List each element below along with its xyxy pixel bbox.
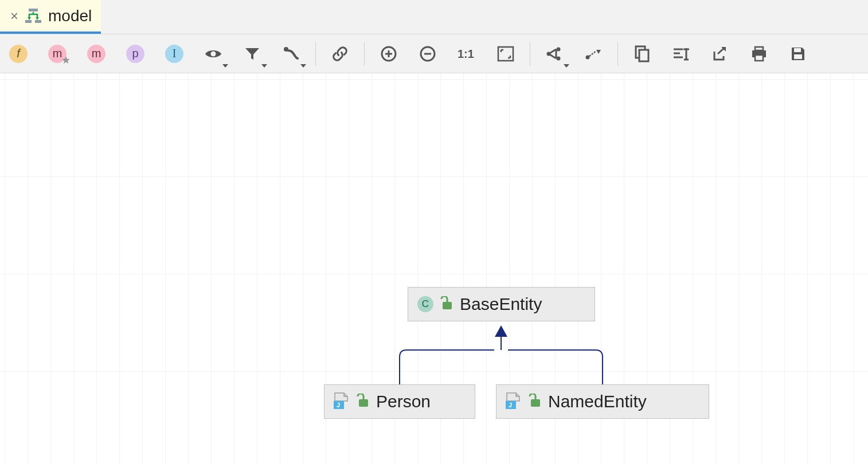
unlock-icon — [529, 394, 541, 410]
svg-rect-0 — [29, 9, 38, 11]
svg-marker-3 — [28, 17, 31, 20]
star-overlay-icon — [61, 56, 71, 67]
zoom-actual-button[interactable]: 1:1 — [454, 41, 479, 66]
link-button[interactable] — [327, 41, 353, 66]
svg-marker-34 — [495, 325, 507, 337]
svg-text:J: J — [337, 402, 340, 408]
properties-toggle[interactable]: p — [123, 41, 148, 66]
unlock-icon — [440, 296, 453, 312]
toolbar-group-zoom: 1:1 — [376, 41, 518, 66]
fit-screen-icon — [497, 46, 514, 62]
svg-point-15 — [547, 52, 551, 56]
filter-icon — [244, 46, 260, 62]
toolbar: f m m p I — [0, 34, 868, 73]
java-file-icon: J — [334, 392, 350, 411]
interface-badge-icon: I — [165, 45, 183, 63]
svg-rect-21 — [639, 50, 648, 61]
zoom-in-button[interactable] — [376, 41, 401, 66]
svg-rect-31 — [755, 55, 763, 61]
graph-layout-icon — [546, 46, 563, 62]
methods-toggle[interactable]: m — [84, 41, 109, 66]
link-icon — [331, 45, 349, 62]
one-to-one-icon: 1:1 — [458, 46, 476, 61]
copy-button[interactable] — [630, 41, 655, 66]
dropdown-arrow-icon — [564, 64, 569, 68]
methods-starred-toggle[interactable]: m — [45, 41, 70, 66]
node-label: BaseEntity — [460, 294, 542, 314]
toolbar-group-visibility: f m m p I — [6, 41, 304, 66]
node-label: Person — [376, 392, 431, 411]
visibility-toggle[interactable] — [201, 41, 226, 66]
export-button[interactable] — [707, 41, 733, 66]
export-icon — [712, 46, 728, 62]
plus-circle-icon — [380, 45, 397, 62]
interfaces-toggle[interactable]: I — [162, 41, 187, 66]
node-person[interactable]: J Person — [324, 384, 475, 419]
class-icon: C — [417, 296, 433, 312]
svg-marker-5 — [62, 56, 69, 64]
svg-point-6 — [211, 51, 216, 56]
svg-rect-1 — [25, 20, 32, 23]
dropdown-arrow-icon — [222, 64, 228, 68]
field-badge-icon: f — [9, 45, 28, 63]
svg-point-16 — [557, 47, 561, 51]
close-tab-icon[interactable]: × — [10, 9, 18, 23]
node-label: NamedEntity — [548, 392, 647, 411]
svg-marker-19 — [596, 50, 601, 54]
node-namedentity[interactable]: J NamedEntity — [496, 384, 709, 419]
svg-point-18 — [586, 55, 590, 59]
tab-model[interactable]: × model — [0, 0, 101, 34]
property-badge-icon: p — [126, 45, 144, 63]
svg-rect-33 — [794, 54, 802, 59]
toolbar-group-output — [630, 41, 811, 66]
svg-rect-38 — [359, 399, 368, 407]
route-button[interactable] — [581, 41, 606, 66]
minus-circle-icon — [419, 45, 436, 62]
toolbar-separator — [315, 42, 316, 66]
toolbar-separator — [617, 42, 618, 66]
unlock-icon — [357, 394, 369, 410]
route-arrow-icon — [585, 48, 602, 60]
filter-button[interactable] — [240, 41, 265, 66]
svg-rect-32 — [794, 48, 801, 52]
rename-button[interactable] — [668, 41, 694, 66]
fields-toggle[interactable]: f — [6, 41, 31, 66]
curve-edge-icon — [283, 46, 300, 62]
svg-text:1:1: 1:1 — [458, 48, 474, 60]
tab-title: model — [48, 7, 92, 25]
save-icon — [790, 46, 806, 62]
save-button[interactable] — [785, 41, 811, 66]
svg-rect-35 — [443, 302, 452, 309]
fit-screen-button[interactable] — [493, 41, 518, 66]
svg-marker-4 — [36, 17, 39, 20]
svg-point-17 — [557, 56, 561, 60]
dropdown-arrow-icon — [261, 64, 267, 68]
svg-text:J: J — [509, 402, 512, 408]
java-file-icon: J — [506, 392, 522, 411]
sort-text-icon — [672, 46, 690, 62]
diagram-tab-icon — [25, 9, 41, 23]
layout-button[interactable] — [542, 41, 567, 66]
eye-icon — [204, 47, 223, 61]
method-badge-icon: m — [87, 45, 105, 63]
toolbar-group-layout — [542, 41, 606, 66]
zoom-out-button[interactable] — [415, 41, 440, 66]
print-icon — [750, 46, 768, 62]
svg-rect-29 — [755, 47, 763, 50]
svg-rect-2 — [35, 20, 41, 23]
toolbar-separator — [530, 42, 530, 66]
toolbar-separator — [364, 42, 365, 66]
svg-rect-41 — [531, 399, 540, 407]
svg-rect-14 — [498, 47, 513, 61]
node-baseentity[interactable]: C BaseEntity — [408, 287, 595, 321]
tab-bar: × model — [0, 0, 868, 34]
dropdown-arrow-icon — [300, 64, 306, 68]
print-button[interactable] — [746, 41, 772, 66]
diagram-canvas[interactable]: C BaseEntity J Person J — [0, 73, 868, 464]
copy-icon — [634, 45, 650, 62]
edge-style-button[interactable] — [279, 41, 304, 66]
toolbar-group-link — [327, 41, 353, 66]
